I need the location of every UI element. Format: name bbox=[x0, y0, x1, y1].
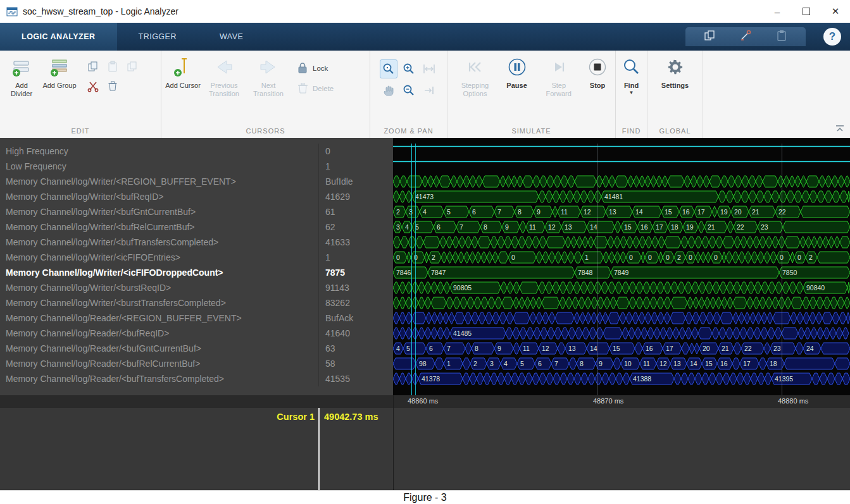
tab-logic-analyzer[interactable]: LOGIC ANALYZER bbox=[0, 23, 117, 51]
tab-wave[interactable]: WAVE bbox=[198, 23, 265, 51]
duplicate-icon[interactable] bbox=[124, 58, 141, 75]
signal-name: Memory Channel/log/Writer/<bufTransfersC… bbox=[0, 237, 318, 247]
svg-text:41395: 41395 bbox=[775, 375, 793, 383]
copy-icon[interactable] bbox=[703, 29, 716, 44]
signal-row-15[interactable]: Memory Channel/log/Reader/<bufTransfersC… bbox=[0, 371, 393, 386]
signal-value: BufAck bbox=[318, 310, 393, 326]
settings-gear-icon bbox=[665, 57, 685, 80]
find-button[interactable]: Find ▼ bbox=[620, 56, 643, 94]
waveform-panel: High Frequency0Low Frequency1Memory Chan… bbox=[0, 138, 850, 395]
lock-cursor-button[interactable]: Lock bbox=[296, 61, 334, 76]
zoom-in-button[interactable] bbox=[400, 59, 418, 78]
svg-text:0: 0 bbox=[629, 254, 633, 261]
svg-text:0: 0 bbox=[511, 254, 515, 261]
pan-to-end-button[interactable] bbox=[420, 81, 438, 100]
maximize-button[interactable] bbox=[792, 0, 821, 23]
svg-text:20: 20 bbox=[734, 208, 742, 216]
signal-row-7[interactable]: Memory Channel/log/Writer/<icFIFOEntries… bbox=[0, 250, 393, 265]
svg-text:7850: 7850 bbox=[782, 269, 797, 276]
collapse-ribbon-button[interactable] bbox=[835, 124, 845, 135]
fit-to-view-button[interactable] bbox=[420, 59, 438, 78]
next-transition-button[interactable]: Next Transition bbox=[247, 56, 289, 98]
delete-cursor-button[interactable]: Delete bbox=[296, 81, 334, 96]
svg-text:11: 11 bbox=[529, 223, 536, 231]
waveform-canvas: 4147341481234567891112131415161719202122… bbox=[393, 144, 850, 395]
delete-icon bbox=[296, 81, 309, 96]
svg-text:23: 23 bbox=[773, 345, 781, 352]
signal-name: Memory Channel/log/Writer/<burstReqID> bbox=[0, 283, 318, 293]
cut-icon[interactable] bbox=[85, 78, 101, 94]
signal-value: 91143 bbox=[318, 280, 393, 295]
help-button[interactable]: ? bbox=[823, 28, 841, 46]
signal-row-10[interactable]: Memory Channel/log/Writer/<burstTransfer… bbox=[0, 295, 393, 310]
svg-text:8: 8 bbox=[475, 345, 478, 352]
add-group-button[interactable]: Add Group bbox=[42, 56, 77, 90]
signal-row-5[interactable]: Memory Channel/log/Writer/<bufRelCurrent… bbox=[0, 219, 393, 235]
app-icon bbox=[6, 7, 18, 16]
signal-row-13[interactable]: Memory Channel/log/Reader/<bufGntCurrent… bbox=[0, 341, 393, 356]
svg-text:13: 13 bbox=[673, 360, 681, 367]
signal-row-6[interactable]: Memory Channel/log/Writer/<bufTransfersC… bbox=[0, 235, 393, 250]
zoom-in-time-button[interactable] bbox=[380, 59, 397, 78]
svg-text:41378: 41378 bbox=[422, 375, 440, 383]
paste-icon[interactable] bbox=[104, 58, 121, 75]
settings-button[interactable]: Settings bbox=[658, 56, 693, 90]
signal-row-3[interactable]: Memory Channel/log/Writer/<bufReqID>4162… bbox=[0, 189, 393, 204]
quick-access-toolbar bbox=[685, 27, 806, 46]
svg-text:4: 4 bbox=[504, 360, 508, 367]
svg-text:3: 3 bbox=[490, 360, 494, 367]
wave-column-divider bbox=[393, 395, 394, 490]
previous-transition-button[interactable]: Previous Transition bbox=[203, 56, 245, 98]
add-divider-button[interactable]: Add Divider bbox=[4, 56, 39, 98]
ribbon-section-global: Settings GLOBAL bbox=[647, 51, 703, 138]
add-cursor-button[interactable]: Add Cursor bbox=[165, 56, 201, 90]
paste-icon[interactable] bbox=[775, 29, 788, 44]
signal-name: Memory Channel/log/Writer/<bufGntCurrent… bbox=[0, 207, 318, 217]
tab-trigger[interactable]: TRIGGER bbox=[117, 23, 198, 51]
cursor-label[interactable]: Cursor 1 bbox=[0, 409, 315, 424]
signal-value: 63 bbox=[318, 341, 393, 356]
svg-text:2: 2 bbox=[432, 254, 435, 261]
copy-icon[interactable] bbox=[85, 58, 101, 75]
signal-row-2[interactable]: Memory Channel/log/Writer/<REGION_BUFFER… bbox=[0, 174, 393, 189]
stop-button[interactable]: Stop bbox=[584, 56, 611, 90]
signal-row-12[interactable]: Memory Channel/log/Reader/<bufReqID>4164… bbox=[0, 326, 393, 341]
svg-text:7: 7 bbox=[497, 208, 501, 216]
signal-value: 7875 bbox=[318, 265, 393, 280]
signal-row-14[interactable]: Memory Channel/log/Reader/<bufRelCurrent… bbox=[0, 356, 393, 371]
svg-text:17: 17 bbox=[743, 360, 751, 367]
zoom-out-button[interactable] bbox=[400, 81, 418, 100]
svg-text:8: 8 bbox=[484, 223, 487, 231]
simulate-section-label: SIMULATE bbox=[447, 124, 615, 138]
signal-name: Memory Channel/log/Reader/<bufReqID> bbox=[0, 328, 318, 338]
trash-icon[interactable] bbox=[104, 78, 121, 94]
close-button[interactable]: ✕ bbox=[821, 0, 850, 23]
ribbon-section-zoom-pan: ZOOM & PAN bbox=[370, 51, 447, 138]
global-section-label: GLOBAL bbox=[647, 124, 703, 138]
svg-text:17: 17 bbox=[656, 223, 663, 231]
svg-text:16: 16 bbox=[682, 208, 690, 216]
signal-row-9[interactable]: Memory Channel/log/Writer/<burstReqID>91… bbox=[0, 280, 393, 295]
svg-text:7846: 7846 bbox=[396, 269, 411, 276]
signal-row-1[interactable]: Low Frequency1 bbox=[0, 159, 393, 174]
svg-text:41481: 41481 bbox=[604, 193, 623, 200]
waveform-area[interactable]: 4147341481234567891112131415161719202122… bbox=[393, 138, 850, 395]
svg-text:16: 16 bbox=[641, 223, 648, 231]
signal-value: 62 bbox=[318, 219, 393, 235]
signal-row-4[interactable]: Memory Channel/log/Writer/<bufGntCurrent… bbox=[0, 204, 393, 219]
signal-row-0[interactable]: High Frequency0 bbox=[0, 144, 393, 159]
svg-text:15: 15 bbox=[665, 208, 672, 216]
svg-text:1: 1 bbox=[585, 254, 589, 261]
signal-name: Memory Channel/log/Writer/<burstTransfer… bbox=[0, 298, 318, 308]
probe-icon[interactable] bbox=[739, 29, 752, 44]
svg-text:7847: 7847 bbox=[431, 269, 446, 276]
signal-value: 58 bbox=[318, 356, 393, 371]
minimize-button[interactable]: – bbox=[763, 0, 792, 23]
pause-button[interactable]: Pause bbox=[500, 56, 534, 90]
step-forward-button[interactable]: Step Forward bbox=[539, 56, 578, 98]
pan-hand-icon[interactable] bbox=[380, 81, 397, 100]
signal-row-11[interactable]: Memory Channel/log/Reader/<REGION_BUFFER… bbox=[0, 310, 393, 326]
logic-analyzer-window: soc_hwsw_stream_top - Logic Analyzer – ✕… bbox=[0, 0, 850, 504]
stepping-options-button[interactable]: Stepping Options bbox=[455, 56, 495, 98]
signal-row-8[interactable]: Memory Channel/log/Writer/<icFIFODropped… bbox=[0, 265, 393, 280]
